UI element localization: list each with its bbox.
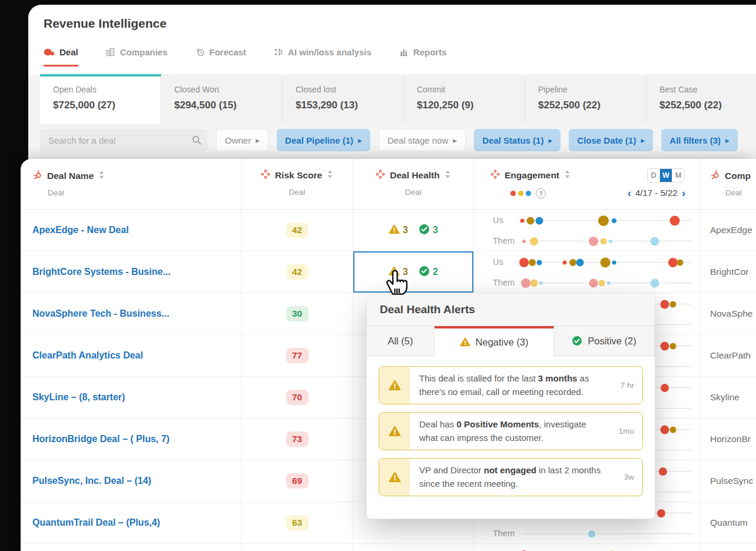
deal-name-link[interactable]: SkyLine – (8, starter) xyxy=(32,392,125,403)
engagement-dot xyxy=(607,281,611,285)
filter-pill[interactable]: Close Date (1)▶ xyxy=(569,129,653,151)
tab-forecast[interactable]: Forecast xyxy=(195,47,247,67)
legend-dot-icon xyxy=(526,191,531,196)
filter-pill[interactable]: All filters (3)▶ xyxy=(661,129,738,151)
engagement-dot xyxy=(670,426,677,433)
period-option-m[interactable]: M xyxy=(672,169,684,182)
sort-icon[interactable] xyxy=(564,170,571,181)
deal-health-cell[interactable] xyxy=(353,544,474,551)
check-icon xyxy=(572,336,582,346)
tab-label: Companies xyxy=(120,47,168,57)
engagement-them-label: Them xyxy=(493,236,515,245)
engagement-us-label: Us xyxy=(493,257,503,267)
company-cell: NovaSphe xyxy=(701,293,756,334)
sort-icon[interactable] xyxy=(327,170,333,181)
ai-analysis-icon xyxy=(273,47,283,57)
page-title: Revenue Intelligence xyxy=(44,16,167,31)
deal-name-link[interactable]: QuantumTrail Deal – (Plus,4) xyxy=(32,517,160,528)
summary-card[interactable]: Closed lost$153,290 (13) xyxy=(283,74,404,124)
legend-dot-icon xyxy=(518,191,523,196)
filter-pill[interactable]: Owner▶ xyxy=(216,129,268,151)
tab-label: Reports xyxy=(413,47,447,57)
filter-pill[interactable]: Deal Pipeline (1)▶ xyxy=(277,129,370,151)
popup-tab-positive[interactable]: Positive (2) xyxy=(554,326,655,356)
deal-name-link[interactable]: ApexEdge - New Deal xyxy=(32,225,129,235)
deal-name-link[interactable]: HorizonBridge Deal – ( Plus, 7) xyxy=(32,434,170,444)
summary-card[interactable]: Open Deals$725,000 (27) xyxy=(40,74,161,124)
company-cell: HorizonBr xyxy=(701,419,756,460)
deal-name-link[interactable]: PulseSync, Inc. Deal – (14) xyxy=(32,476,151,486)
card-value: $120,250 (9) xyxy=(417,99,525,111)
alert-warning-icon xyxy=(379,413,410,450)
column-header-company[interactable]: Comp Deal xyxy=(701,159,756,209)
warning-icon xyxy=(460,337,470,347)
tab-deal[interactable]: Deal xyxy=(44,47,78,67)
alert-text: Deal has 0 Positive Moments, investigate… xyxy=(410,413,605,450)
negative-alerts-group: 3 xyxy=(389,224,408,237)
tab-ai-win-loss[interactable]: AI win/loss analysis xyxy=(273,47,372,67)
engagement-dot xyxy=(530,237,538,245)
engagement-them-track xyxy=(522,283,692,283)
hubspot-icon xyxy=(710,170,720,182)
engagement-dot xyxy=(659,467,667,476)
card-value: $294,500 (15) xyxy=(174,99,282,111)
deal-health-cell[interactable]: 32 xyxy=(353,251,474,293)
period-option-d[interactable]: D xyxy=(648,169,660,182)
risk-score-cell: 70 xyxy=(241,377,353,418)
engagement-us-line: Us xyxy=(474,210,700,230)
popup-tab-negative[interactable]: Negative (3) xyxy=(435,326,554,356)
tab-reports[interactable]: Reports xyxy=(399,47,447,67)
engagement-dot xyxy=(677,259,683,265)
engagement-them-label: Them xyxy=(493,529,515,538)
deal-name-link[interactable]: BrightCore Systems - Busine... xyxy=(32,267,171,277)
prev-date-chevron-icon[interactable]: ‹ xyxy=(628,187,631,198)
summary-card[interactable]: Closed Won$294,500 (15) xyxy=(161,74,283,124)
table-header-row: Deal Name Deal Risk Score Deal Deal Heal… xyxy=(21,159,756,210)
gong-logo-icon xyxy=(44,48,55,57)
help-icon[interactable]: ? xyxy=(536,188,546,198)
negative-count: 3 xyxy=(403,267,408,277)
summary-card[interactable]: Best Case$252,500 (22) xyxy=(646,74,756,124)
caret-icon: ▶ xyxy=(453,138,457,144)
engagement-dot xyxy=(539,281,543,285)
engagement-them-track xyxy=(522,533,692,534)
popup-tab-all[interactable]: All (5) xyxy=(367,326,435,356)
risk-score-badge: 42 xyxy=(286,223,309,238)
column-header-risk-score[interactable]: Risk Score Deal xyxy=(241,159,353,209)
engagement-us-track xyxy=(522,262,692,263)
next-date-chevron-icon[interactable]: › xyxy=(682,187,685,198)
engagement-dot xyxy=(530,279,538,287)
period-option-w[interactable]: W xyxy=(660,169,672,182)
deal-health-cell[interactable]: 33 xyxy=(353,210,474,251)
column-header-deal-name[interactable]: Deal Name Deal xyxy=(21,159,241,209)
sort-icon[interactable] xyxy=(445,170,451,181)
column-header-engagement[interactable]: Engagement ? DWM ‹ 4/17 - 5/22 › xyxy=(474,159,701,209)
filter-bar: Owner▶Deal Pipeline (1)▶Deal stage now▶D… xyxy=(40,128,750,152)
tab-label: Deal xyxy=(59,47,78,57)
deal-name-cell: NovaSphere Tech - Business... xyxy=(21,293,241,334)
column-title: Engagement xyxy=(505,170,559,181)
summary-card[interactable]: Commit$120,250 (9) xyxy=(404,74,525,124)
search-input[interactable] xyxy=(40,129,208,151)
deal-name-cell: PulseSync, Inc. Deal – (14) xyxy=(21,460,241,502)
engagement-dot xyxy=(529,259,536,266)
column-title: Deal Name xyxy=(47,171,94,181)
sort-icon[interactable] xyxy=(98,170,105,182)
column-header-deal-health[interactable]: Deal Health Deal xyxy=(353,159,474,209)
filter-pill[interactable]: Deal Status (1)▶ xyxy=(474,129,561,151)
summary-card[interactable]: Pipeline$252,500 (22) xyxy=(525,74,646,124)
engagement-dot xyxy=(657,509,665,517)
negative-count: 3 xyxy=(403,225,408,235)
summary-cards-row: Open Deals$725,000 (27)Closed Won$294,50… xyxy=(40,74,756,124)
risk-score-cell: 42 xyxy=(241,251,353,293)
risk-score-cell: 30 xyxy=(241,293,353,334)
popup-alert-list: This deal is stalled for the last 3 mont… xyxy=(367,356,655,496)
deal-name-cell: BrightCore Systems - Busine... xyxy=(21,251,241,293)
filter-pill[interactable]: Deal stage now▶ xyxy=(379,129,466,151)
deal-name-link[interactable]: NovaSphere Tech - Business... xyxy=(32,308,170,319)
popup-tab-label: All (5) xyxy=(387,336,413,347)
deal-name-link[interactable]: ClearPath Analytics Deal xyxy=(32,350,143,361)
deal-name-cell: SkyLine – (8, starter) xyxy=(21,377,241,418)
tab-companies[interactable]: Companies xyxy=(105,47,168,67)
alert-card: Deal has 0 Positive Moments, investigate… xyxy=(379,412,643,450)
